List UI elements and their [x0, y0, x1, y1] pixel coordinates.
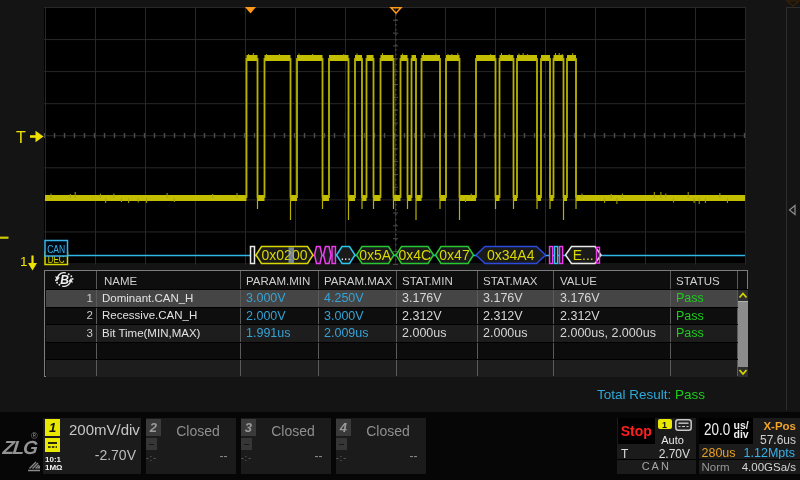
svg-text:0x5A: 0x5A	[359, 247, 392, 263]
svg-text:0x47: 0x47	[439, 247, 470, 263]
svg-text:CAN: CAN	[47, 243, 65, 255]
svg-text:0x0200: 0x0200	[262, 247, 308, 263]
svg-text:E...: E...	[573, 247, 594, 263]
svg-text:1: 1	[20, 254, 28, 269]
svg-text:B: B	[60, 273, 69, 287]
svg-text:...: ...	[341, 249, 351, 263]
svg-text:T: T	[16, 129, 26, 146]
svg-text:0x4C: 0x4C	[398, 247, 431, 263]
svg-text:0x34A4: 0x34A4	[487, 247, 535, 263]
